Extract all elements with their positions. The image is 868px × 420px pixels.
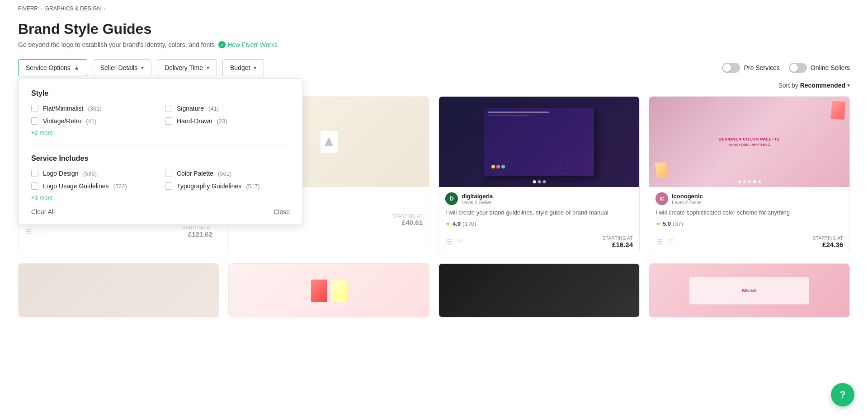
- card-actions-1: ☰ ♡: [25, 227, 44, 237]
- card-favorite-button-1[interactable]: ♡: [36, 227, 44, 237]
- breadcrumb-graphics-design[interactable]: GRAPHICS & DESIGN: [45, 5, 101, 12]
- dot-3-3: [542, 180, 546, 183]
- bottom-card-image-4: BRAND: [649, 264, 849, 317]
- includes-section-title: Service Includes: [31, 154, 290, 163]
- price-2: £40.61: [392, 219, 423, 226]
- budget-label: Budget: [230, 64, 250, 71]
- rating-count-4: (37): [673, 220, 683, 227]
- dot-3-1: [533, 180, 536, 183]
- svg-text:IC: IC: [660, 196, 664, 201]
- delivery-time-chevron-icon: ▾: [207, 65, 209, 71]
- star-icon-4: ★: [656, 220, 661, 227]
- style-signature-item[interactable]: Signature (41): [165, 105, 290, 112]
- includes-logo-design-label: Logo Design: [43, 170, 79, 177]
- style-flat-minimalist-item[interactable]: Flat/Minimalist (361): [31, 105, 156, 112]
- breadcrumb-sep-2: ›: [104, 6, 105, 11]
- starting-at-3: STARTING AT: [603, 236, 633, 241]
- style-section-title: Style: [31, 89, 290, 98]
- card-image-3: [439, 97, 639, 187]
- seller-avatar-3: D: [445, 192, 458, 205]
- card-list-button-1[interactable]: ☰: [25, 227, 33, 237]
- how-fiverr-works-link[interactable]: i How Fiverr Works: [218, 41, 278, 48]
- bottom-card-2[interactable]: [228, 263, 429, 317]
- pro-services-label: Pro Services: [744, 64, 779, 71]
- right-filters: Pro Services Online Sellers: [722, 63, 850, 73]
- svg-text:D: D: [450, 196, 454, 202]
- includes-logo-usage-checkbox[interactable]: [31, 182, 38, 190]
- seller-details-3: digitalgeria Level 2 Seller: [462, 193, 493, 205]
- dot-4-5: [758, 180, 761, 183]
- bottom-card-image-2: [229, 264, 429, 317]
- starting-at-2: STARTING AT: [392, 214, 423, 219]
- card-favorite-button-4[interactable]: ♡: [667, 237, 675, 247]
- seller-details-button[interactable]: Seller Details ▾: [93, 59, 151, 76]
- style-hand-drawn-checkbox[interactable]: [165, 117, 172, 125]
- dot-4-3: [748, 180, 751, 183]
- starting-at-1: STARTING AT: [182, 225, 212, 230]
- includes-logo-usage-label: Logo Usage Guidelines: [43, 182, 109, 190]
- service-options-panel: Style Flat/Minimalist (361) Signature (4…: [18, 78, 303, 225]
- card-favorite-button-3[interactable]: ♡: [457, 237, 464, 247]
- dot-4-2: [743, 180, 746, 183]
- includes-logo-design-checkbox[interactable]: [31, 170, 38, 177]
- bottom-card-3[interactable]: [439, 263, 640, 317]
- includes-typography-checkbox[interactable]: [165, 182, 172, 190]
- bottom-card-4[interactable]: BRAND: [649, 263, 850, 317]
- style-vintage-retro-label: Vintage/Retro: [43, 117, 81, 125]
- info-icon: i: [218, 41, 226, 48]
- style-vintage-retro-checkbox[interactable]: [31, 117, 38, 125]
- service-options-button[interactable]: Service Options ▲: [18, 59, 87, 76]
- dot-4-1: [738, 180, 741, 183]
- card-list-button-3[interactable]: ☰: [445, 237, 453, 247]
- style-signature-label: Signature: [177, 105, 204, 112]
- style-flat-minimalist-count: (361): [88, 105, 101, 112]
- pro-services-toggle[interactable]: [722, 63, 740, 73]
- service-options-chevron-up-icon: ▲: [74, 65, 80, 71]
- includes-more-link[interactable]: +3 more: [31, 194, 53, 201]
- style-vintage-retro-item[interactable]: Vintage/Retro (41): [31, 117, 156, 125]
- product-card-3[interactable]: D digitalgeria Level 2 Seller I will cre…: [439, 96, 640, 254]
- breadcrumb-fiverr[interactable]: FIVERR: [18, 5, 38, 12]
- product-card-4[interactable]: DESIGNER COLOR PALETTE for ANYONE / ANYT…: [649, 96, 850, 254]
- style-signature-checkbox[interactable]: [165, 105, 172, 112]
- seller-details-4: iconogenic Level 2 Seller: [672, 193, 703, 205]
- card-rating-3: ★ 4.9 (170): [445, 220, 633, 227]
- includes-logo-usage-item[interactable]: Logo Usage Guidelines (522): [31, 182, 156, 190]
- includes-typography-label: Typography Guidelines: [177, 182, 241, 190]
- seller-details-chevron-icon: ▾: [141, 65, 144, 71]
- style-flat-minimalist-checkbox[interactable]: [31, 105, 38, 112]
- seller-level-3: Level 2 Seller: [462, 200, 493, 205]
- close-panel-button[interactable]: Close: [274, 208, 290, 215]
- sort-value[interactable]: Recommended: [800, 82, 845, 89]
- price-3: £16.24: [603, 241, 633, 248]
- style-more-link[interactable]: +2 more: [31, 129, 53, 136]
- service-options-label: Service Options: [26, 64, 71, 71]
- price-section-2: STARTING AT £40.61: [392, 214, 423, 226]
- online-sellers-toggle[interactable]: [789, 63, 807, 73]
- delivery-time-button[interactable]: Delivery Time ▾: [157, 59, 217, 76]
- card-list-button-4[interactable]: ☰: [656, 237, 663, 247]
- breadcrumb: FIVERR › GRAPHICS & DESIGN ›: [0, 0, 868, 17]
- delivery-time-label: Delivery Time: [165, 64, 203, 71]
- includes-color-palette-item[interactable]: Color Palette (561): [165, 170, 290, 177]
- panel-footer: Clear All Close: [31, 208, 290, 215]
- price-1: £121.62: [182, 230, 212, 238]
- budget-button[interactable]: Budget ▾: [222, 59, 264, 76]
- style-hand-drawn-item[interactable]: Hand-Drawn (23): [165, 117, 290, 125]
- bottom-card-1[interactable]: [18, 263, 219, 317]
- sort-dropdown[interactable]: Recommended ▾: [800, 82, 850, 89]
- star-icon-3: ★: [445, 220, 451, 227]
- starting-at-4: STARTING AT: [813, 236, 843, 241]
- rating-count-3: (170): [462, 220, 476, 227]
- panel-divider: [31, 145, 290, 145]
- includes-typography-item[interactable]: Typography Guidelines (517): [165, 182, 290, 190]
- style-checkbox-grid: Flat/Minimalist (361) Signature (41) Vin…: [31, 105, 290, 125]
- includes-typography-count: (517): [246, 183, 259, 190]
- seller-details-label: Seller Details: [100, 64, 137, 71]
- sort-chevron-icon: ▾: [847, 82, 850, 89]
- card-footer-4: ☰ ♡ STARTING AT £24.36: [656, 231, 843, 248]
- budget-chevron-icon: ▾: [254, 65, 256, 71]
- includes-logo-design-item[interactable]: Logo Design (585): [31, 170, 156, 177]
- clear-all-button[interactable]: Clear All: [31, 208, 55, 215]
- includes-color-palette-checkbox[interactable]: [165, 170, 172, 177]
